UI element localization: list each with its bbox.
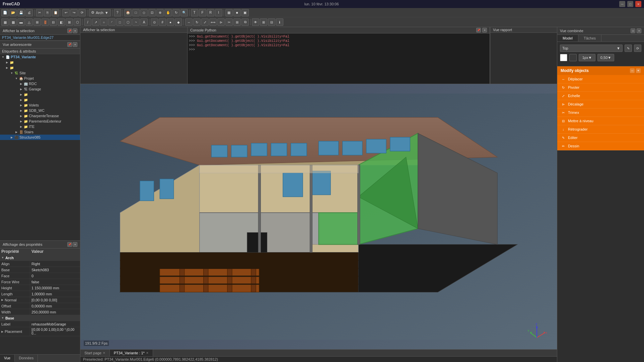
arch-stair-button[interactable]: ⊟ bbox=[50, 18, 57, 26]
modify-dessin[interactable]: ✏ Dessin bbox=[557, 142, 644, 150]
refresh-button[interactable]: ⟳ bbox=[78, 9, 86, 16]
bottom-tab-start[interactable]: Start page ✕ bbox=[80, 350, 110, 356]
view-opacity-value[interactable]: 0,50 ▼ bbox=[597, 54, 614, 61]
tree-close[interactable]: ✕ bbox=[73, 42, 77, 47]
console-content[interactable]: >>> Gui.getDocument( ).getObject( ).Visi… bbox=[188, 33, 490, 84]
minimize-button[interactable]: ─ bbox=[619, 1, 625, 7]
view-pan-button[interactable]: ✋ bbox=[164, 9, 172, 16]
snap-grid-button[interactable]: # bbox=[159, 18, 166, 26]
draft-bspline-button[interactable]: ~ bbox=[132, 18, 140, 26]
print-button[interactable]: 🖨 bbox=[25, 9, 33, 16]
tree-item-projet[interactable]: ▼ 🏠 Projet bbox=[0, 76, 80, 81]
arch-structure-button[interactable]: ▩ bbox=[9, 18, 17, 26]
right-tab-model[interactable]: Model bbox=[557, 35, 578, 42]
modify-mettre-niveau[interactable]: ⊟ Mettre à niveau bbox=[557, 117, 644, 125]
arch-panel-button[interactable]: ◧ bbox=[58, 18, 65, 26]
close-start-tab[interactable]: ✕ bbox=[103, 351, 105, 355]
props-length[interactable]: Length 1,00000 mm bbox=[0, 291, 80, 297]
view-top-button[interactable]: T bbox=[191, 9, 198, 16]
view-zoom-button[interactable]: 🔍 bbox=[181, 9, 188, 16]
arch-wall-button[interactable]: ▦ bbox=[1, 18, 9, 26]
props-height[interactable]: Height 1 150,00000 mm bbox=[0, 285, 80, 291]
open-button[interactable]: 📂 bbox=[9, 9, 17, 16]
tree-pin[interactable]: 📌 bbox=[67, 42, 72, 47]
properties-button[interactable]: ℹ bbox=[276, 18, 283, 26]
arch-window-button[interactable]: ⊞ bbox=[33, 18, 41, 26]
bottom-tab-pt34[interactable]: PT34_Variante : 1* ✕ bbox=[110, 350, 153, 356]
tree-item-1[interactable]: ▶ 📁 bbox=[0, 60, 80, 65]
tree-item-charpente[interactable]: ▶ 📁 CharpenteTerasse bbox=[0, 113, 80, 119]
modify-array-button[interactable]: ⊞ bbox=[233, 18, 241, 26]
ungroup-button[interactable]: ⊟ bbox=[268, 18, 275, 26]
redo-button[interactable]: ↪ bbox=[70, 9, 78, 16]
mo-minimize[interactable]: ─ bbox=[630, 68, 635, 73]
props-normal[interactable]: ▶ Normal [0,00 0,00 0,00] bbox=[0, 297, 80, 303]
modify-rotate-button[interactable]: ↻ bbox=[193, 18, 201, 26]
tree-item-sdb-wc[interactable]: ▶ 📁 SDB_WC bbox=[0, 108, 80, 113]
paste-button[interactable]: 📋 bbox=[52, 9, 59, 16]
left-tab-donnees[interactable]: Données bbox=[15, 355, 38, 362]
modify-editer[interactable]: ✎ Editer bbox=[557, 134, 644, 142]
modify-echelle[interactable]: ⤢ Echelle bbox=[557, 92, 644, 100]
modify-mirror-button[interactable]: ⟺ bbox=[209, 18, 217, 26]
tree-item-volets[interactable]: ▶ 📁 Volets bbox=[0, 102, 80, 108]
mo-close[interactable]: + bbox=[636, 68, 641, 73]
left-tab-vue[interactable]: Vue bbox=[0, 355, 15, 362]
view-fit-button[interactable]: ⊡ bbox=[148, 9, 156, 16]
color-swatch-dark[interactable] bbox=[569, 54, 577, 61]
help-button[interactable]: ? bbox=[114, 9, 121, 16]
view-right-button[interactable]: R bbox=[207, 9, 214, 16]
new-button[interactable]: 📄 bbox=[1, 9, 9, 16]
props-align[interactable]: Align Right bbox=[0, 261, 80, 267]
tree-item-f1[interactable]: ▶ 📁 bbox=[0, 92, 80, 97]
props-base-arch[interactable]: Base Sketch083 bbox=[0, 267, 80, 273]
tree-item-site[interactable]: ▼ 🏗 Site bbox=[0, 70, 80, 76]
tree-item-parements[interactable]: ▶ 📁 ParementsExterieur bbox=[0, 119, 80, 124]
modify-decalage[interactable]: ⊳ Décalage bbox=[557, 100, 644, 108]
view-perspective-button[interactable]: ◇ bbox=[140, 9, 148, 16]
view-top-dropdown[interactable]: Top ▼ bbox=[560, 45, 623, 52]
props-pin[interactable]: 📌 bbox=[67, 242, 72, 247]
tree-item-structure085[interactable]: ▶ ⬛ Structure085 bbox=[0, 135, 80, 140]
props-offset[interactable]: Offset 0,00000 mm bbox=[0, 303, 80, 309]
draft-polygon-button[interactable]: ⬡ bbox=[124, 18, 132, 26]
arch-equipment-button[interactable]: ⊠ bbox=[66, 18, 73, 26]
console-close[interactable]: ✕ bbox=[482, 28, 487, 32]
close-pt34-tab[interactable]: ✕ bbox=[146, 351, 149, 355]
view-home-button[interactable]: 🏠 bbox=[124, 9, 132, 16]
draft-circle-button[interactable]: ○ bbox=[100, 18, 108, 26]
modify-move-button[interactable]: ↔ bbox=[185, 18, 193, 26]
tree-item-rdc[interactable]: ▶ 🏢 RDC bbox=[0, 81, 80, 86]
tree-item-ite[interactable]: ▶ 📁 ITE bbox=[0, 124, 80, 129]
copy-button[interactable]: ⎘ bbox=[44, 9, 51, 16]
draft-arc-button[interactable]: ◜ bbox=[108, 18, 116, 26]
tree-item-pt34[interactable]: ▼ 📄 PT34_Variante bbox=[0, 54, 80, 60]
console-pin[interactable]: 📌 bbox=[476, 28, 481, 32]
expand-pt34[interactable]: ▼ bbox=[1, 55, 5, 59]
vc-float[interactable]: ⊡ bbox=[631, 28, 635, 33]
arch-site-button[interactable]: ⬡ bbox=[74, 18, 81, 26]
props-face[interactable]: Face 0 bbox=[0, 273, 80, 279]
props-force-wire[interactable]: Force Wire false bbox=[0, 279, 80, 285]
view-select-button[interactable]: ⊕ bbox=[156, 9, 164, 16]
color-swatch-white[interactable] bbox=[560, 54, 567, 61]
modify-scale-button[interactable]: ⤢ bbox=[201, 18, 209, 26]
arch-roof-button[interactable]: △ bbox=[25, 18, 33, 26]
undo-button[interactable]: ↩ bbox=[62, 9, 70, 16]
arch-door-button[interactable]: 🚪 bbox=[42, 18, 49, 26]
modify-offset-button[interactable]: ⊳ bbox=[217, 18, 225, 26]
modify-pivoter[interactable]: ↻ Pivoter bbox=[557, 83, 644, 92]
arch-floor-button[interactable]: ▬ bbox=[17, 18, 25, 26]
view-rotate-button[interactable]: ↻ bbox=[172, 9, 180, 16]
view-shaded-button[interactable]: ▣ bbox=[241, 9, 249, 16]
view-solid-button[interactable]: ■ bbox=[233, 9, 241, 16]
view-3d-button[interactable]: □ bbox=[132, 9, 140, 16]
save-button[interactable]: 💾 bbox=[17, 9, 25, 16]
tree-item-garage[interactable]: ▶ 🏗 Garage bbox=[0, 86, 80, 92]
view-size-value[interactable]: 1px ▼ bbox=[579, 54, 595, 61]
viewport-3d[interactable]: 191.9/9.2 Fps X Y Z bbox=[80, 84, 557, 349]
tree-item-stairs[interactable]: ▶ 🪜 Stairs bbox=[0, 129, 80, 135]
draft-rect-button[interactable]: □ bbox=[116, 18, 124, 26]
props-width[interactable]: Width 250,00000 mm bbox=[0, 309, 80, 315]
maximize-button[interactable]: □ bbox=[627, 1, 633, 7]
